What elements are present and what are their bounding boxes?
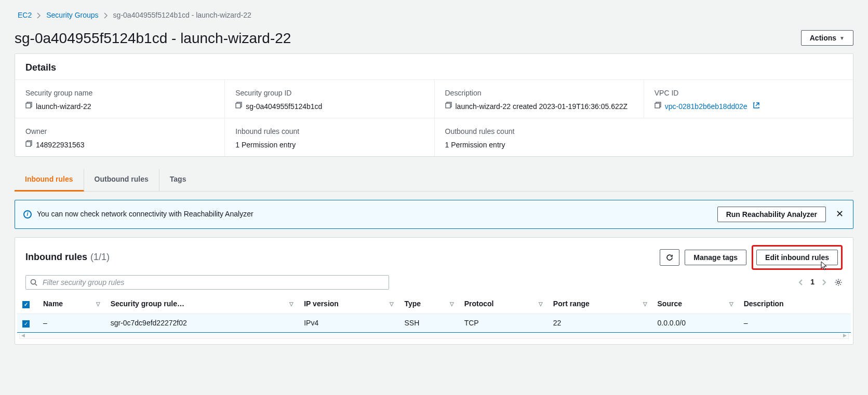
sort-icon: ▽ [450,301,454,308]
breadcrumb-security-groups[interactable]: Security Groups [46,10,98,21]
svg-rect-1 [26,103,31,108]
info-text: You can now check network connectivity w… [37,209,253,220]
copy-icon[interactable] [445,102,452,109]
row-checkbox[interactable]: ✓ [22,320,30,328]
sort-icon: ▽ [539,301,543,308]
reachability-info-banner: i You can now check network connectivity… [15,200,853,229]
sg-name-value: launch-wizard-22 [36,102,91,112]
in-count-value: 1 Permission entry [235,140,296,151]
page-title: sg-0a404955f5124b1cd - launch-wizard-22 [15,28,291,48]
filter-input-wrap [25,275,389,290]
col-description[interactable]: Description [739,295,851,314]
manage-tags-button[interactable]: Manage tags [685,250,746,265]
gear-icon[interactable] [834,278,843,287]
svg-rect-5 [446,103,450,108]
refresh-button[interactable] [660,249,679,266]
edit-inbound-highlight: Edit inbound rules [752,245,843,270]
cell-protocol: TCP [459,314,548,333]
chevron-right-icon [104,12,108,19]
close-icon[interactable]: ✕ [834,208,845,221]
cell-source: 0.0.0.0/0 [652,314,739,333]
actions-button[interactable]: Actions ▼ [801,30,853,46]
desc-value: launch-wizard-22 created 2023-01-19T16:3… [456,102,628,112]
copy-icon[interactable] [25,102,33,109]
sort-icon: ▽ [289,301,293,308]
details-heading: Details [15,54,853,80]
out-count-label: Outbound rules count [445,127,633,137]
external-link-icon[interactable] [753,102,760,109]
cell-desc: – [739,314,851,333]
vpc-link[interactable]: vpc-0281b2b6eb18dd02e [665,102,747,112]
sort-icon: ▽ [643,301,647,308]
tab-outbound-rules[interactable]: Outbound rules [84,169,159,191]
owner-value: 148922931563 [36,140,84,151]
chevron-right-icon [37,12,41,19]
sg-id-label: Security group ID [235,88,423,99]
col-protocol[interactable]: Protocol▽ [459,295,548,314]
inbound-rules-title: Inbound rules (1/1) [25,251,110,264]
info-icon: i [23,210,32,219]
copy-icon[interactable] [235,102,243,109]
cell-type: SSH [399,314,459,333]
horizontal-scrollbar[interactable]: ◀▶ [19,333,849,339]
col-rule-id[interactable]: Security group rule…▽ [105,295,299,314]
pagination: 1 [798,277,843,288]
in-count-label: Inbound rules count [235,127,423,137]
svg-point-10 [31,279,36,284]
inbound-rules-count: (1/1) [90,251,110,264]
svg-rect-7 [655,103,660,108]
run-reachability-analyzer-button[interactable]: Run Reachability Analyzer [717,207,826,222]
col-type[interactable]: Type▽ [399,295,459,314]
owner-label: Owner [25,127,214,137]
col-name[interactable]: Name▽ [38,295,105,314]
filter-input[interactable] [42,278,384,287]
tab-tags[interactable]: Tags [159,169,197,191]
inbound-rules-table: ✓ Name▽ Security group rule…▽ IP version… [17,295,851,333]
select-all-checkbox[interactable]: ✓ [22,301,30,308]
svg-point-12 [837,281,840,284]
sort-icon: ▽ [390,301,394,308]
page-number: 1 [810,277,814,288]
tabs: Inbound rules Outbound rules Tags [15,169,853,192]
search-icon [30,279,37,286]
inbound-rules-card: Inbound rules (1/1) Manage tags Edit inb… [15,237,853,345]
table-row[interactable]: ✓ – sgr-0c7dc9efd22272f02 IPv4 SSH TCP 2… [17,314,851,333]
cell-rule-id: sgr-0c7dc9efd22272f02 [105,314,299,333]
breadcrumb-ec2[interactable]: EC2 [18,10,32,21]
edit-inbound-rules-button[interactable]: Edit inbound rules [756,250,838,265]
vpc-label: VPC ID [655,88,843,99]
col-ip-version[interactable]: IP version▽ [299,295,399,314]
svg-rect-3 [236,103,241,108]
svg-line-11 [35,284,37,285]
col-source[interactable]: Source▽ [652,295,739,314]
col-port-range[interactable]: Port range▽ [548,295,652,314]
out-count-value: 1 Permission entry [445,140,505,151]
copy-icon[interactable] [655,102,662,109]
cell-port: 22 [548,314,652,333]
prev-page-icon[interactable] [798,279,803,286]
desc-label: Description [445,88,633,99]
breadcrumb: EC2 Security Groups sg-0a404955f5124b1cd… [15,7,853,26]
sort-icon: ▽ [729,301,733,308]
caret-down-icon: ▼ [839,35,845,41]
next-page-icon[interactable] [822,279,827,286]
breadcrumb-current: sg-0a404955f5124b1cd - launch-wizard-22 [113,10,251,21]
details-card: Details Security group name launch-wizar… [15,53,853,157]
svg-rect-9 [26,142,31,146]
sort-icon: ▽ [96,301,100,308]
copy-icon[interactable] [25,140,33,147]
sg-name-label: Security group name [25,88,214,99]
sg-id-value: sg-0a404955f5124b1cd [246,102,322,112]
tab-inbound-rules[interactable]: Inbound rules [15,169,84,192]
cell-name: – [38,314,105,333]
cell-ip-version: IPv4 [299,314,399,333]
